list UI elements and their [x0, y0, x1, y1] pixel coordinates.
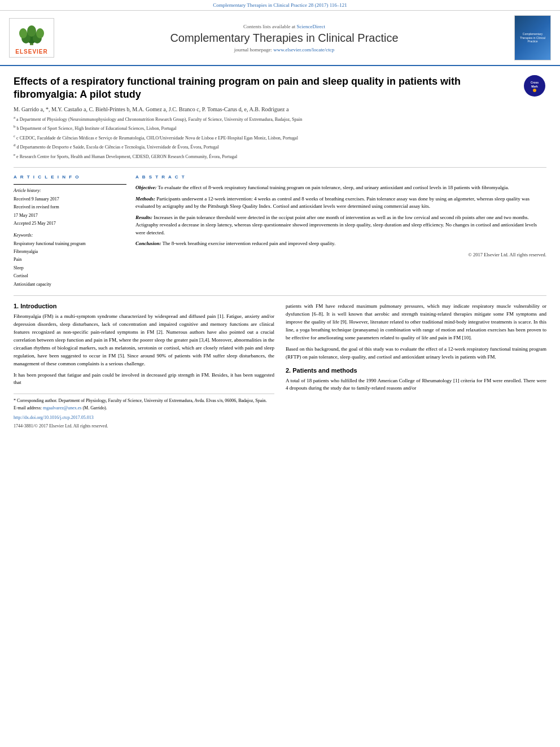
homepage-url[interactable]: www.elsevier.com/locate/ctcp: [273, 47, 334, 53]
email-address[interactable]: mgaalvarez@unex.es: [43, 405, 81, 410]
results-label: Results:: [135, 215, 152, 220]
article-dates: Received 9 January 2017 Received in revi…: [14, 195, 126, 228]
svg-point-6: [36, 28, 44, 38]
abstract-objective: Objective: To evaluate the effect of 8-w…: [135, 184, 546, 192]
homepage-line: journal homepage: www.elsevier.com/locat…: [60, 47, 509, 53]
keyword-2: Fibromyalgia: [14, 248, 126, 256]
thumb-title-text: Complementary Therapies in Clinical Prac…: [517, 32, 548, 43]
article-title-section: Effects of a respiratory functional trai…: [14, 75, 546, 102]
homepage-label: journal homepage:: [234, 47, 272, 53]
affil-b: b b Department of Sport Science, High In…: [14, 124, 546, 132]
body-left-column: 1. Introduction Fibromyalgia (FM) is a m…: [14, 303, 274, 430]
methods-text: Participants underwent a 12-week interve…: [135, 196, 530, 209]
objective-label: Objective:: [135, 185, 156, 190]
conclusion-label: Conclusion:: [135, 241, 161, 246]
elsevier-brand-text: ELSEVIER: [12, 49, 51, 55]
crossmark-badge-container: Cross Mark: [524, 75, 546, 97]
section-divider: [14, 167, 546, 168]
keyword-3: Pain: [14, 256, 126, 264]
intro-para-2: It has been proposed that fatigue and pa…: [14, 372, 274, 387]
patients-methods-title: 2. Patients and methods: [286, 367, 546, 374]
article-title: Effects of a respiratory functional trai…: [14, 75, 518, 102]
accepted-date: Accepted 25 May 2017: [14, 220, 126, 228]
intro-right-para-1: patients with FM have reduced maximum pu…: [286, 303, 546, 342]
abstract-results: Results: Increases in the pain tolerance…: [135, 214, 546, 237]
affil-c: c c CEDOC, Faculdade de Ciências Médicas…: [14, 133, 546, 142]
keyword-6: Antioxidant capacity: [14, 281, 126, 289]
conclusion-text: The 8-week breathing exercise interventi…: [163, 241, 336, 246]
journal-header: ELSEVIER Contents lists available at Sci…: [0, 11, 560, 66]
sciencedirect-line: Contents lists available at ScienceDirec…: [60, 24, 509, 29]
received-date: Received 9 January 2017: [14, 195, 126, 203]
abstract-methods: Methods: Participants underwent a 12-wee…: [135, 195, 546, 211]
objective-text: To evaluate the effect of 8-week respira…: [158, 185, 509, 190]
authors-text: M. Garrido a, *, M.Y. Castaño a, C. Bieh…: [14, 106, 288, 112]
sciencedirect-link[interactable]: ScienceDirect: [297, 24, 325, 29]
article-info-block: Article history: Received 9 January 2017…: [14, 184, 126, 289]
keyword-1: Respiratory functional training program: [14, 240, 126, 248]
affiliations-block: a a Department of Physiology (Neuroimmun…: [14, 115, 546, 160]
email-label: E-mail address:: [14, 405, 42, 410]
affil-d: d d Departamento de Desporto e Saúde, Es…: [14, 142, 546, 151]
corresponding-author-text: * Corresponding author. Department of Ph…: [14, 397, 274, 405]
copyright-line: © 2017 Elsevier Ltd. All rights reserved…: [135, 251, 546, 259]
svg-point-5: [19, 28, 27, 38]
section-divider-2: [14, 295, 546, 296]
body-right-column: patients with FM have reduced maximum pu…: [286, 303, 546, 430]
elsevier-logo: ELSEVIER: [9, 18, 54, 58]
revised-date: 17 May 2017: [14, 212, 126, 220]
received-revised-label: Received in revised form: [14, 203, 126, 211]
methods-label: Methods:: [135, 196, 155, 202]
abstract-conclusion: Conclusion: The 8-week breathing exercis…: [135, 240, 546, 248]
svg-text:Mark: Mark: [531, 85, 538, 88]
journal-center: Contents lists available at ScienceDirec…: [54, 24, 514, 53]
sciencedirect-label: Contents lists available at: [243, 24, 295, 29]
journal-title: Complementary Therapies in Clinical Prac…: [60, 32, 509, 45]
journal-reference-bar: Complementary Therapies in Clinical Prac…: [0, 0, 560, 11]
issn-line: 1744-3881/© 2017 Elsevier Ltd. All right…: [14, 423, 274, 430]
affil-e: e e Research Centre for Sports, Health a…: [14, 152, 546, 160]
abstract-header: A B S T R A C T: [135, 174, 546, 180]
keyword-5: Cortisol: [14, 272, 126, 280]
article-info-column: A R T I C L E I N F O Article history: R…: [14, 174, 126, 289]
svg-text:Cross: Cross: [531, 81, 539, 84]
article-info-header: A R T I C L E I N F O: [14, 174, 126, 180]
body-section: 1. Introduction Fibromyalgia (FM) is a m…: [14, 303, 546, 430]
keywords-block: Keywords: Respiratory functional trainin…: [14, 233, 126, 289]
article-info-abstract-section: A R T I C L E I N F O Article history: R…: [14, 174, 546, 289]
intro-title: 1. Introduction: [14, 303, 274, 309]
doi-line[interactable]: http://dx.doi.org/10.1016/j.ctcp.2017.05…: [14, 414, 274, 422]
affil-a: a a Department of Physiology (Neuroimmun…: [14, 115, 546, 123]
authors-line: M. Garrido a, *, M.Y. Castaño a, C. Bieh…: [14, 106, 546, 112]
abstract-column: A B S T R A C T Objective: To evaluate t…: [135, 174, 546, 289]
crossmark-badge: Cross Mark: [524, 75, 545, 97]
intro-right-para-2: Based on this background, the goal of th…: [286, 346, 546, 361]
svg-point-4: [27, 25, 36, 37]
footnote-block: * Corresponding author. Department of Ph…: [14, 394, 274, 430]
patients-methods-para: A total of 18 patients who fulfilled the…: [286, 377, 546, 393]
email-note: (M. Garrido).: [82, 405, 107, 410]
abstract-block: Objective: To evaluate the effect of 8-w…: [135, 184, 546, 258]
intro-para-1: Fibromyalgia (FM) is a multi-symptom syn…: [14, 313, 274, 368]
results-text: Increases in the pain tolerance threshol…: [135, 215, 537, 235]
keyword-4: Sleep: [14, 264, 126, 272]
journal-thumbnail: Complementary Therapies in Clinical Prac…: [514, 15, 551, 60]
journal-ref-text: Complementary Therapies in Clinical Prac…: [213, 2, 347, 8]
keywords-label: Keywords:: [14, 233, 126, 238]
article-history-label: Article history:: [14, 188, 126, 193]
email-line: E-mail address: mgaalvarez@unex.es (M. G…: [14, 405, 274, 412]
svg-point-10: [533, 89, 536, 92]
paper-content: Effects of a respiratory functional trai…: [0, 66, 560, 439]
